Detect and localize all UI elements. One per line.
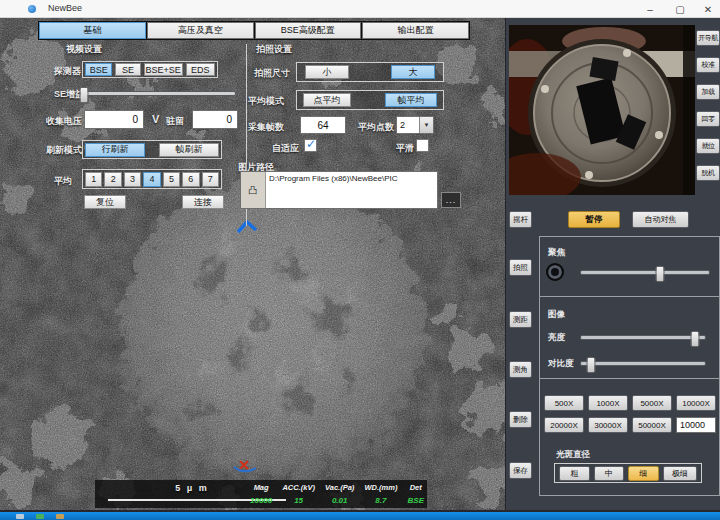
- tool-button-photo[interactable]: 拍照: [509, 259, 532, 276]
- connect-button[interactable]: 连接: [182, 195, 224, 209]
- tab-bse-advanced-config[interactable]: BSE高级配置: [255, 22, 362, 39]
- side-button-return-zero[interactable]: 回零: [696, 111, 720, 127]
- pause-button[interactable]: 暂停: [568, 211, 620, 228]
- brightness-slider-thumb[interactable]: [691, 331, 700, 347]
- voltage-unit-label: V: [152, 113, 159, 125]
- sem-viewport[interactable]: 基础 高压及真空 BSE高级配置 输出配置 视频设置 探测器 BSE SE BS…: [0, 18, 505, 510]
- close-button[interactable]: ✕: [694, 0, 720, 18]
- average-5-button[interactable]: 5: [163, 172, 180, 187]
- refresh-frame-button[interactable]: 帧刷新: [159, 143, 219, 157]
- status-wd-mm: WD.(mm)8.7: [364, 483, 397, 505]
- collect-voltage-label: 收集电压: [46, 115, 82, 128]
- tab-basic[interactable]: 基础: [39, 22, 146, 39]
- average-3-button[interactable]: 3: [124, 172, 141, 187]
- chamber-camera-view: [509, 25, 695, 195]
- average-mode-label: 平均模式: [248, 95, 284, 108]
- focus-slider-thumb[interactable]: [656, 266, 665, 282]
- dwell-label: 驻留: [166, 115, 184, 128]
- size-large-button[interactable]: 大: [391, 65, 435, 79]
- video-settings-title: 视频设置: [66, 43, 102, 56]
- taskbar-icon[interactable]: [16, 514, 24, 519]
- divider: [540, 296, 719, 297]
- size-small-button[interactable]: 小: [305, 65, 349, 79]
- spot-extra-fine-button[interactable]: 极细: [663, 466, 697, 481]
- frames-label: 采集帧数: [248, 121, 284, 134]
- point-average-button[interactable]: 点平均: [303, 93, 351, 107]
- dropdown-value: 2: [397, 117, 419, 133]
- mag-50000x-button[interactable]: 50000X: [632, 417, 672, 433]
- detector-group: BSE SE BSE+SE EDS: [82, 61, 218, 78]
- spot-coarse-button[interactable]: 粗: [559, 466, 590, 481]
- average-6-button[interactable]: 6: [182, 172, 199, 187]
- side-button-calibrate[interactable]: 校准: [696, 57, 720, 73]
- side-button-offline[interactable]: 脱机: [696, 165, 720, 181]
- minimize-button[interactable]: –: [636, 0, 664, 18]
- status-fields: Mag10000 ACC.(kV)15 Vac.(Pa)0.01 WD.(mm)…: [250, 483, 424, 505]
- taskbar[interactable]: [0, 512, 720, 520]
- detector-bse-se-button[interactable]: BSE+SE: [144, 63, 183, 76]
- magnification-input[interactable]: 10000: [676, 417, 716, 433]
- tab-hv-vacuum[interactable]: 高压及真空: [147, 22, 254, 39]
- reset-button[interactable]: 复位: [84, 195, 126, 209]
- side-button-open-nav[interactable]: 开导航: [696, 30, 720, 46]
- dwell-input[interactable]: 0: [192, 110, 238, 129]
- focus-slider[interactable]: [580, 270, 710, 275]
- maximize-button[interactable]: ▢: [666, 0, 694, 18]
- mag-5000x-button[interactable]: 5000X: [632, 395, 672, 411]
- image-group-label: 图像: [548, 309, 565, 321]
- tool-button-measure-angle[interactable]: 测角: [509, 361, 532, 378]
- refresh-line-button[interactable]: 行刷新: [85, 143, 145, 157]
- adaptive-label: 自适应: [272, 142, 299, 155]
- image-path-box[interactable]: 凸 D:\Program Files (x86)\NewBee\PIC: [240, 171, 438, 209]
- mag-30000x-button[interactable]: 30000X: [588, 417, 628, 433]
- contrast-label: 对比度: [548, 358, 574, 370]
- detector-se-button[interactable]: SE: [115, 63, 140, 76]
- tool-button-measure-distance[interactable]: 测距: [509, 311, 532, 328]
- image-path-value[interactable]: D:\Program Files (x86)\NewBee\PIC: [266, 172, 437, 208]
- spot-medium-button[interactable]: 中: [594, 466, 625, 481]
- se-gain-slider-thumb[interactable]: [80, 87, 89, 103]
- side-button-load[interactable]: 加载: [696, 84, 720, 100]
- taskbar-icon[interactable]: [56, 514, 64, 519]
- average-points-dropdown[interactable]: 2 ▼: [396, 116, 434, 134]
- collect-voltage-input[interactable]: 0: [84, 110, 144, 129]
- focus-knob[interactable]: [546, 263, 564, 281]
- average-4-button[interactable]: 4: [143, 172, 160, 187]
- taskbar-icon[interactable]: [36, 514, 44, 519]
- average-group: 1 2 3 4 5 6 7: [82, 169, 222, 189]
- smooth-checkbox[interactable]: [416, 139, 429, 152]
- divider: [540, 378, 719, 379]
- side-button-in-position[interactable]: 就位: [696, 138, 720, 154]
- mag-10000x-button[interactable]: 10000X: [676, 395, 716, 411]
- detector-label: 探测器: [54, 65, 81, 78]
- se-gain-slider[interactable]: [80, 91, 236, 96]
- tab-output-config[interactable]: 输出配置: [362, 22, 469, 39]
- autofocus-button[interactable]: 自动对焦: [632, 211, 689, 228]
- contrast-slider[interactable]: [580, 361, 706, 366]
- chevron-down-icon[interactable]: ▼: [419, 117, 433, 133]
- browse-button[interactable]: ...: [441, 192, 461, 208]
- average-points-label: 平均点数: [358, 121, 394, 134]
- spot-fine-button[interactable]: 细: [628, 466, 659, 481]
- frame-average-button[interactable]: 帧平均: [385, 93, 437, 107]
- contrast-slider-thumb[interactable]: [586, 357, 595, 373]
- frames-input[interactable]: 64: [300, 116, 346, 134]
- status-mag: Mag10000: [250, 483, 272, 505]
- tool-button-joystick[interactable]: 摇杆: [509, 211, 532, 228]
- focus-label: 聚焦: [548, 247, 565, 259]
- average-1-button[interactable]: 1: [85, 172, 102, 187]
- detector-eds-button[interactable]: EDS: [186, 63, 215, 76]
- brightness-slider[interactable]: [580, 335, 706, 340]
- adaptive-checkbox[interactable]: [304, 139, 317, 152]
- mag-1000x-button[interactable]: 1000X: [588, 395, 628, 411]
- mag-20000x-button[interactable]: 20000X: [544, 417, 584, 433]
- mag-500x-button[interactable]: 500X: [544, 395, 584, 411]
- tool-button-delete[interactable]: 删除: [509, 411, 532, 428]
- photo-size-label: 拍照尺寸: [254, 67, 290, 80]
- average-7-button[interactable]: 7: [202, 172, 219, 187]
- average-label: 平均: [54, 175, 72, 188]
- average-2-button[interactable]: 2: [104, 172, 121, 187]
- detector-bse-button[interactable]: BSE: [85, 63, 112, 76]
- average-mode-group: 点平均 帧平均: [296, 90, 444, 110]
- tool-button-save[interactable]: 保存: [509, 462, 532, 479]
